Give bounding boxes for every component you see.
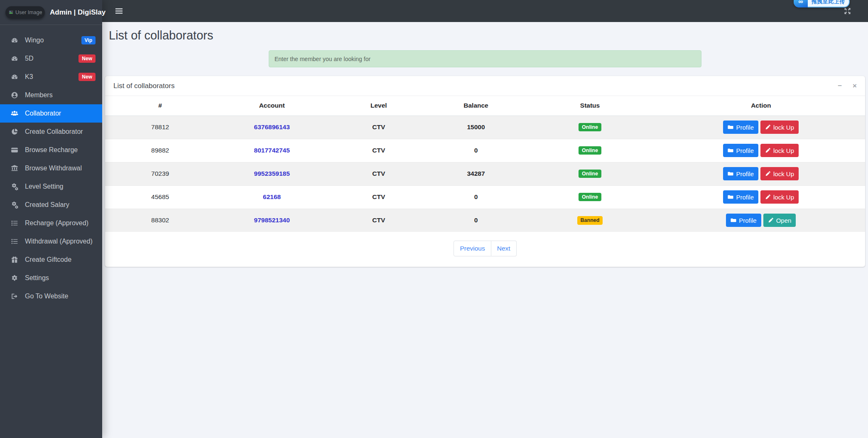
next-page-button[interactable]: Next [491, 241, 517, 256]
account-link[interactable]: 8017742745 [254, 147, 290, 154]
status-badge: Banned [577, 216, 603, 225]
sidebar-item-members[interactable]: Members [0, 86, 102, 104]
account-link[interactable]: 6376896143 [254, 123, 290, 130]
row-level: CTV [329, 185, 429, 209]
top-navbar: ∞ 拖拽至此上传 [102, 0, 868, 22]
row-id: 70239 [105, 162, 215, 185]
cogs-icon [11, 201, 20, 209]
row-id: 45685 [105, 185, 215, 209]
lock-up-button[interactable]: lock Up [760, 167, 799, 180]
close-icon[interactable]: × [853, 82, 857, 89]
row-balance: 34287 [429, 162, 523, 185]
sidebar-menu: WingoVip5DNewK3NewMembersCollaboratorCre… [0, 25, 102, 305]
sidebar-item-5d[interactable]: 5DNew [0, 49, 102, 68]
column-header-status: Status [523, 96, 657, 116]
sidebar-item-collaborator[interactable]: Collaborator [0, 104, 102, 123]
collaborators-table: #AccountLevelBalanceStatusAction 7881263… [105, 96, 865, 232]
profile-button[interactable]: Profile [726, 214, 761, 227]
users-icon [11, 110, 20, 117]
pencil-icon [765, 124, 771, 130]
gift-icon [11, 256, 20, 263]
gear-icon [11, 274, 20, 282]
row-balance: 0 [429, 209, 523, 232]
lock-up-button[interactable]: lock Up [760, 190, 799, 204]
cogs-icon [11, 183, 20, 190]
sidebar-item-browse-recharge[interactable]: Browse Recharge [0, 141, 102, 159]
pie-chart-icon [11, 128, 20, 135]
open-button[interactable]: Open [763, 214, 796, 227]
sidebar-item-label: Withdrawal (Approved) [25, 238, 96, 245]
sidebar-item-k3[interactable]: K3New [0, 68, 102, 86]
folder-icon [728, 171, 733, 177]
table-row: 4568562168CTV0OnlineProfilelock Up [105, 185, 865, 209]
main-content: List of collaborators List of collaborat… [102, 22, 868, 438]
previous-page-button[interactable]: Previous [454, 241, 491, 256]
list-icon [11, 238, 20, 245]
status-badge: Online [579, 193, 601, 202]
sidebar-item-label: Collaborator [25, 110, 96, 117]
sidebar-item-label: Wingo [25, 37, 81, 44]
sidebar-item-withdrawal-approved[interactable]: Withdrawal (Approved) [0, 232, 102, 251]
brand-title: Admin | DigiSlay [50, 8, 105, 17]
sidebar-item-create-collaborator[interactable]: Create Collaborator [0, 123, 102, 141]
upload-overlay-badge[interactable]: ∞ 拖拽至此上传 [794, 0, 850, 7]
card-tools: − × [838, 82, 857, 89]
brand[interactable]: User Image Admin | DigiSlay [0, 0, 102, 25]
folder-icon [731, 217, 736, 223]
pencil-icon [765, 148, 771, 153]
lock-up-button[interactable]: lock Up [760, 121, 799, 134]
bank-icon [11, 165, 20, 172]
sidebar-item-label: Settings [25, 274, 96, 282]
column-header-0: # [105, 96, 215, 116]
sidebar-item-browse-withdrawal[interactable]: Browse Withdrawal [0, 159, 102, 177]
profile-button[interactable]: Profile [723, 190, 758, 204]
account-link[interactable]: 9798521340 [254, 217, 290, 224]
card-header: List of collaborators − × [105, 76, 865, 96]
column-header-balance: Balance [429, 96, 523, 116]
hamburger-menu-icon[interactable] [115, 7, 123, 15]
profile-button[interactable]: Profile [723, 121, 758, 134]
pencil-icon [765, 171, 771, 177]
minimize-icon[interactable]: − [838, 82, 842, 89]
sidebar-item-label: Browse Recharge [25, 146, 96, 154]
sidebar-item-created-salary[interactable]: Created Salary [0, 196, 102, 214]
gauge-icon [11, 37, 20, 44]
pencil-icon [765, 194, 771, 200]
sidebar-item-wingo[interactable]: WingoVip [0, 31, 102, 49]
row-id: 78812 [105, 116, 215, 139]
row-level: CTV [329, 209, 429, 232]
sidebar-item-settings[interactable]: Settings [0, 269, 102, 287]
folder-icon [728, 194, 733, 200]
member-search-input[interactable] [269, 50, 701, 67]
gauge-icon [11, 55, 20, 62]
button-label: Profile [736, 194, 754, 201]
sidebar-item-label: Level Setting [25, 183, 96, 190]
user-icon [11, 91, 20, 99]
table-body: 788126376896143CTV15000OnlineProfilelock… [105, 116, 865, 232]
row-actions: Profilelock Up [657, 144, 865, 157]
profile-button[interactable]: Profile [723, 167, 758, 180]
sidebar-item-label: K3 [25, 73, 78, 81]
sidebar-item-label: Browse Withdrawal [25, 165, 96, 172]
row-balance: 15000 [429, 116, 523, 139]
table-head: #AccountLevelBalanceStatusAction [105, 96, 865, 116]
sidebar-item-create-giftcode[interactable]: Create Giftcode [0, 251, 102, 269]
sidebar-item-recharge-approved[interactable]: Recharge (Approved) [0, 214, 102, 232]
row-balance: 0 [429, 185, 523, 209]
button-label: lock Up [773, 170, 794, 177]
sidebar-item-label: Go To Website [25, 293, 96, 300]
sidebar-item-level-setting[interactable]: Level Setting [0, 177, 102, 196]
row-actions: Profilelock Up [657, 167, 865, 180]
search-row [102, 50, 868, 67]
sidebar-item-label: Created Salary [25, 201, 96, 209]
lock-up-button[interactable]: lock Up [760, 144, 799, 157]
account-link[interactable]: 9952359185 [254, 170, 290, 177]
status-badge: Online [579, 170, 601, 178]
gauge-icon [11, 73, 20, 81]
fullscreen-icon[interactable] [843, 7, 851, 15]
sidebar-item-go-to-website[interactable]: Go To Website [0, 287, 102, 305]
button-label: Profile [739, 217, 757, 224]
row-balance: 0 [429, 139, 523, 162]
profile-button[interactable]: Profile [723, 144, 758, 157]
account-link[interactable]: 62168 [263, 193, 281, 200]
